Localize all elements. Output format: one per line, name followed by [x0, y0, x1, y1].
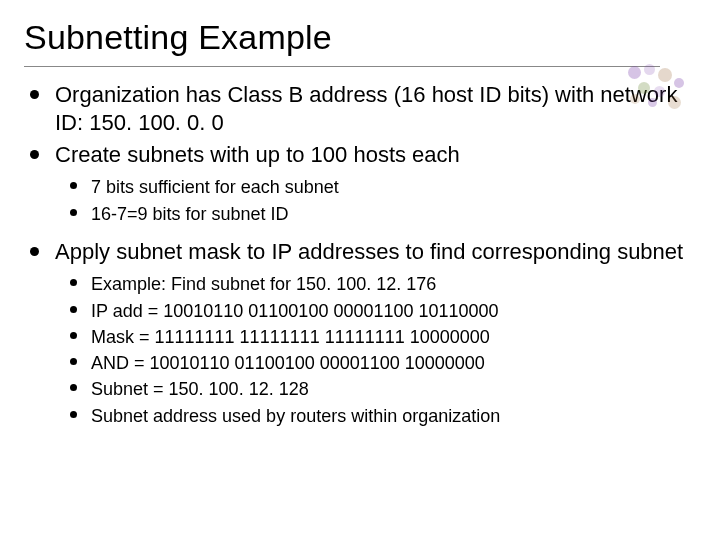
list-item: Organization has Class B address (16 hos… [24, 81, 696, 137]
list-item: Create subnets with up to 100 hosts each [24, 141, 696, 169]
disc-bullet-icon [70, 332, 77, 339]
list-item-text: Subnet = 150. 100. 12. 128 [91, 377, 696, 401]
list-item-text: Mask = 11111111 11111111 11111111 100000… [91, 325, 696, 349]
list-item-text: Example: Find subnet for 150. 100. 12. 1… [91, 272, 696, 296]
disc-bullet-icon [30, 150, 39, 159]
list-item-text: 16-7=9 bits for subnet ID [91, 202, 696, 226]
disc-bullet-icon [70, 358, 77, 365]
list-item: Subnet = 150. 100. 12. 128 [24, 377, 696, 401]
list-item: IP add = 10010110 01100100 00001100 1011… [24, 299, 696, 323]
list-item-text: AND = 10010110 01100100 00001100 1000000… [91, 351, 696, 375]
list-item: 7 bits sufficient for each subnet [24, 175, 696, 199]
list-item: 16-7=9 bits for subnet ID [24, 202, 696, 226]
list-item-text: Create subnets with up to 100 hosts each [55, 141, 696, 169]
list-item: Mask = 11111111 11111111 11111111 100000… [24, 325, 696, 349]
disc-bullet-icon [30, 247, 39, 256]
slide: Subnetting Example Organization has Clas… [0, 0, 720, 540]
disc-bullet-icon [30, 90, 39, 99]
list-item: Subnet address used by routers within or… [24, 404, 696, 428]
disc-bullet-icon [70, 384, 77, 391]
slide-title: Subnetting Example [24, 18, 696, 57]
list-item-text: IP add = 10010110 01100100 00001100 1011… [91, 299, 696, 323]
sub-bullet-list: 7 bits sufficient for each subnet 16-7=9… [24, 175, 696, 226]
disc-bullet-icon [70, 411, 77, 418]
bullet-list: Apply subnet mask to IP addresses to fin… [24, 238, 696, 266]
disc-bullet-icon [70, 182, 77, 189]
list-item-text: Organization has Class B address (16 hos… [55, 81, 696, 137]
list-item: Example: Find subnet for 150. 100. 12. 1… [24, 272, 696, 296]
list-item-text: Subnet address used by routers within or… [91, 404, 696, 428]
disc-bullet-icon [70, 306, 77, 313]
title-underline [24, 66, 660, 67]
list-item: AND = 10010110 01100100 00001100 1000000… [24, 351, 696, 375]
sub-bullet-list: Example: Find subnet for 150. 100. 12. 1… [24, 272, 696, 428]
list-item: Apply subnet mask to IP addresses to fin… [24, 238, 696, 266]
bullet-list: Organization has Class B address (16 hos… [24, 81, 696, 169]
decorative-dots-icon [624, 64, 688, 112]
disc-bullet-icon [70, 209, 77, 216]
list-item-text: 7 bits sufficient for each subnet [91, 175, 696, 199]
disc-bullet-icon [70, 279, 77, 286]
list-item-text: Apply subnet mask to IP addresses to fin… [55, 238, 696, 266]
